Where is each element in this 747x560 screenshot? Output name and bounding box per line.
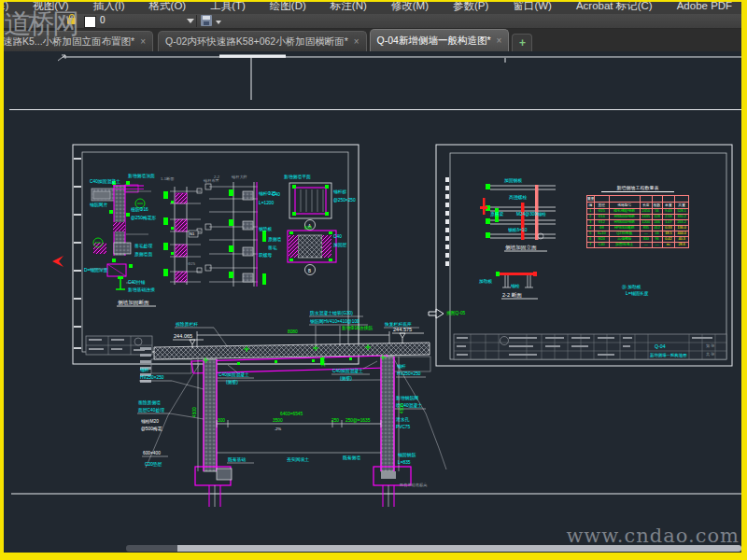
- svg-text:钢筋网HV410×410@100: 钢筋网HV410×410@100: [310, 318, 359, 325]
- detail-d-plan: 新增侧墙平面 锚杆群 @250×250 C40 A: [272, 174, 356, 231]
- watermark-logo: 道桥网: [4, 6, 77, 43]
- svg-text:1-1断面: 1-1断面: [161, 176, 175, 181]
- table-row: 4Φ8HPB300箍筋8354120.33136.0: [587, 225, 688, 231]
- svg-text:既有基础: 既有基础: [228, 456, 246, 462]
- svg-text:凿除原侧墙: 凿除原侧墙: [138, 399, 161, 406]
- svg-text:HV250×250: HV250×250: [140, 375, 164, 380]
- tab-close-icon[interactable]: ×: [140, 37, 146, 47]
- menu-item-5[interactable]: 绘图(D): [258, 2, 318, 13]
- tab-label: Q-04新增侧墙一般构造图*: [377, 35, 491, 48]
- right-sheet-frame: [436, 145, 732, 366]
- svg-text:Q-04: Q-04: [655, 343, 666, 349]
- drawing-tab-2[interactable]: Q-04新增侧墙一般构造图*×: [370, 29, 510, 51]
- svg-text:Ⓑ 加劲板: Ⓑ 加劲板: [622, 285, 641, 289]
- svg-text:锚杆大样: 锚杆大样: [231, 175, 247, 179]
- quantity-table-grid: 重量(kg)编直径规格型号长度根数单重共重1Φ25精轧螺纹钢筋2450569.4…: [586, 195, 689, 248]
- table-row: 重量(kg): [587, 196, 688, 202]
- svg-text:Φ25: Φ25: [188, 261, 196, 266]
- menu-item-10[interactable]: Acrobat 标记(C): [564, 2, 665, 13]
- menu-item-7[interactable]: 修改(M): [379, 2, 441, 13]
- layer-color-swatch[interactable]: [84, 16, 96, 28]
- h-scrollbar-track[interactable]: [126, 545, 177, 552]
- svg-text:锚杆: 锚杆: [397, 364, 406, 369]
- girder-strengthening-elevation: 加固钢板 高强螺栓 原横梁 M24@300锚栓 钢板δ=10 侧墙加固立面: [480, 177, 556, 251]
- tab-label: Q-02内环快速路K58+062小桥加固横断面*: [165, 35, 348, 49]
- table-row: 编直径规格型号长度根数单重共重: [587, 202, 688, 208]
- svg-text:600×400: 600×400: [143, 451, 161, 455]
- svg-text:2-2: 2-2: [214, 175, 220, 179]
- svg-text:新增基础连接: 新增基础连接: [128, 287, 155, 293]
- upper-sheet-edge: [58, 55, 741, 101]
- save-icon[interactable]: [201, 15, 212, 26]
- svg-text:拆除原栏杆: 拆除原栏杆: [176, 321, 198, 328]
- tab-close-icon[interactable]: ×: [497, 36, 502, 46]
- layer-name: 0: [100, 15, 106, 25]
- elevation-right: 244.575: [392, 327, 424, 343]
- main-cross-section: 8080 244.065 244.575 拆: [137, 310, 446, 507]
- table-row: 1Φ25精轧螺纹钢筋2450569.43528.1: [587, 208, 688, 214]
- table-row: 7C40加固混凝土——m³28.6: [587, 242, 688, 247]
- quantity-table-title: 新增侧墙工程数量表: [601, 185, 674, 192]
- menu-item-4[interactable]: 工具(T): [198, 2, 258, 13]
- svg-text:原侧墙面: 原侧墙面: [134, 251, 152, 258]
- svg-text:D=锚固深度: D=锚固深度: [84, 267, 108, 273]
- svg-text:@250×250: @250×250: [333, 198, 356, 203]
- layer-dropdown-icon[interactable]: [187, 19, 194, 23]
- menu-item-2[interactable]: 插入(I): [81, 2, 137, 13]
- menu-item-9[interactable]: 窗口(W): [500, 2, 564, 13]
- new-tab-button[interactable]: +: [512, 34, 532, 51]
- svg-text:加固层: 加固层: [333, 243, 347, 247]
- svg-text:L=锚固长度: L=锚固长度: [626, 290, 649, 297]
- drawing-canvas[interactable]: C40加固混凝土 新增侧墙顶面 锚筋网片 植筋Φ16 @250梅花形 凿毛处理 …: [4, 51, 741, 553]
- svg-text:C20垫层: C20垫层: [145, 462, 162, 467]
- svg-text:新增钢筋网: 新增钢筋网: [396, 395, 418, 401]
- menu-item-8[interactable]: 参数(P): [441, 2, 500, 13]
- svg-text:凿毛: 凿毛: [268, 245, 277, 250]
- section-2-2: 加劲板 锚栓 2-2 断面: [479, 272, 538, 299]
- svg-text:L=1200: L=1200: [259, 201, 274, 205]
- svg-text:-2%: -2%: [275, 427, 282, 431]
- svg-text:既有基础底标高: 既有基础底标高: [400, 483, 427, 488]
- menu-item-11[interactable]: Adobe PDF: [665, 2, 741, 13]
- table-row: 2Φ16HRB400钢筋16351282.58330.2: [587, 214, 688, 219]
- svg-text:250: 250: [331, 418, 339, 423]
- svg-text:C40加固混凝土: C40加固混凝土: [90, 178, 120, 185]
- table-row: 3Φ12HRB400钢筋12002461.07263.2: [587, 219, 688, 225]
- svg-text:锚杆群: 锚杆群: [333, 189, 347, 195]
- ucs-marker: [52, 256, 63, 267]
- menu-item-6[interactable]: 标注(N): [318, 2, 379, 13]
- svg-text:@250梅花形: @250梅花形: [131, 216, 156, 221]
- svg-text:原横梁: 原横梁: [490, 211, 504, 217]
- svg-text:300: 300: [218, 418, 225, 423]
- layer-toolbar: 0: [4, 14, 741, 29]
- svg-text:3500: 3500: [273, 418, 283, 423]
- svg-text:B: B: [308, 269, 311, 273]
- drawing-tab-1[interactable]: Q-02内环快速路K58+062小桥加固横断面*×: [158, 31, 367, 51]
- menu-bar: 编辑(E)视图(V)插入(I)格式(O)工具(T)绘图(D)标注(N)修改(M)…: [4, 2, 741, 14]
- svg-text:8080: 8080: [288, 329, 298, 334]
- save-dropdown-icon[interactable]: [216, 21, 221, 24]
- svg-text:PVC75: PVC75: [396, 425, 411, 429]
- svg-text:M24@300锚栓: M24@300锚栓: [516, 212, 546, 217]
- svg-text:4500: 4500: [400, 403, 404, 413]
- svg-text:夯实回填土: 夯实回填土: [287, 456, 309, 463]
- tab-close-icon[interactable]: ×: [354, 37, 359, 47]
- svg-text:高强螺栓: 高强螺栓: [509, 194, 527, 201]
- detail-a-wall-section: C40加固混凝土 新增侧墙顶面 锚筋网片 植筋Φ16 @250梅花形 凿毛处理 …: [84, 173, 156, 306]
- svg-text:锚杆: 锚杆: [140, 368, 149, 372]
- detail-e-beam-section: 600 原侧墙 凿毛 C40 加固层 B: [268, 226, 347, 275]
- svg-text:C40封锚: C40封锚: [128, 280, 146, 285]
- table-row: 5δ=10Q235钢板—2418.5444.0: [587, 231, 688, 236]
- svg-text:第 张: 第 张: [706, 343, 715, 348]
- svg-text:泄水孔: 泄水孔: [395, 416, 410, 423]
- svg-text:钢板δ=10: 钢板δ=10: [508, 227, 528, 232]
- svg-text:C40: C40: [272, 192, 280, 197]
- svg-text:恢复栏杆底座: 恢复栏杆底座: [384, 321, 412, 328]
- svg-text:新增Φ16连接筋: 新增Φ16连接筋: [342, 325, 373, 331]
- elevation-left: 244.065: [173, 333, 204, 348]
- menu-items: 编辑(E)视图(V)插入(I)格式(O)工具(T)绘图(D)标注(N)修改(M)…: [4, 2, 741, 13]
- svg-text:凿毛处理: 凿毛处理: [134, 243, 152, 249]
- svg-text:面层C40处理: 面层C40处理: [138, 407, 164, 413]
- svg-text:植筋Φ16: 植筋Φ16: [131, 207, 148, 213]
- menu-item-3[interactable]: 格式(O): [137, 2, 199, 13]
